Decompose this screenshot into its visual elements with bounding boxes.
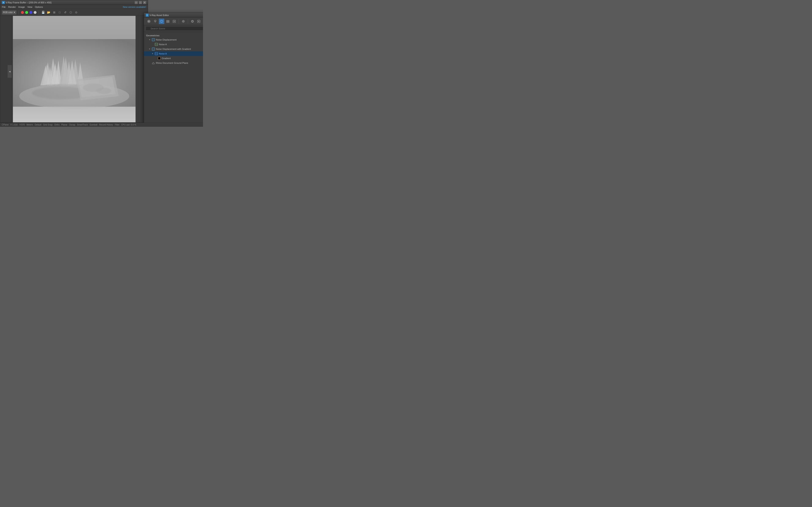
tree-label-noise-displacement: Noise Displacement bbox=[156, 39, 176, 41]
arrow-noise-disp-gradient: ▼ bbox=[149, 48, 151, 50]
tab-render-elements[interactable] bbox=[171, 18, 177, 24]
fb-window-controls: — □ ✕ bbox=[135, 1, 146, 4]
ae-icon: V bbox=[146, 14, 149, 17]
search-input[interactable] bbox=[146, 26, 203, 31]
ae-scene-tree: Geometries ▼ Noise Displacement ▶ Noise … bbox=[144, 32, 203, 127]
tree-item-noise-disp-gradient[interactable]: ▼ Noise Displacement with Gradient bbox=[144, 47, 203, 51]
svg-rect-29 bbox=[173, 21, 175, 22]
ae-titlebar: V V-Ray Asset Editor — □ ✕ bbox=[144, 13, 203, 17]
fb-minimize-btn[interactable]: — bbox=[135, 1, 138, 4]
status-record-history[interactable]: Record History bbox=[99, 124, 113, 126]
svg-rect-26 bbox=[167, 21, 169, 22]
render-result bbox=[13, 16, 136, 127]
green-channel-dot[interactable] bbox=[25, 11, 28, 14]
status-smarttrack[interactable]: SmartTrack bbox=[77, 124, 88, 126]
ae-toolbar: ⊞ ↺ 1/1 CPU ⋮ bbox=[144, 17, 203, 25]
status-ortho[interactable]: Ortho bbox=[54, 124, 60, 126]
svg-point-22 bbox=[154, 20, 156, 22]
fb-maximize-btn[interactable]: □ bbox=[139, 1, 142, 4]
tab-textures[interactable] bbox=[165, 18, 171, 24]
fb-close-btn[interactable]: ✕ bbox=[143, 1, 146, 4]
blue-channel-dot[interactable] bbox=[30, 11, 32, 14]
status-planar[interactable]: Planar bbox=[61, 124, 67, 126]
fb-menu-file[interactable]: File bbox=[2, 6, 6, 8]
fb-menu-render[interactable]: Render bbox=[8, 6, 16, 8]
svg-rect-27 bbox=[167, 22, 169, 22]
frame-buffer-window: V V-Ray Frame Buffer – [200.0% of 800 x … bbox=[0, 0, 148, 127]
fb-menu-options[interactable]: Options bbox=[35, 6, 43, 8]
geom-icon-noise-displacement bbox=[152, 38, 155, 41]
compare-tool-btn[interactable]: ⊞ bbox=[52, 10, 56, 14]
render-svg bbox=[13, 16, 136, 127]
toolbar-separator-1 bbox=[18, 10, 19, 14]
status-filter[interactable]: Filter bbox=[115, 124, 119, 126]
tree-label-noise-a-2: Noise A bbox=[159, 52, 167, 55]
tab-lights[interactable] bbox=[146, 18, 152, 24]
tree-item-noise-a-2-selected[interactable]: ▼ Noise A bbox=[144, 51, 203, 56]
arrow-noise-a-2: ▼ bbox=[152, 53, 154, 55]
tab-objects[interactable] bbox=[190, 18, 195, 24]
fb-new-version-notice: New version available! bbox=[123, 6, 146, 8]
rhino-statusbar: CPlane X 1.016 Y/370 Meters Default Grid… bbox=[0, 122, 203, 127]
status-gumball[interactable]: Gumball bbox=[90, 124, 97, 126]
status-x: X 1.016 bbox=[10, 124, 17, 126]
status-osnap[interactable]: Osnap bbox=[69, 124, 75, 126]
alpha-channel-dot[interactable] bbox=[34, 11, 37, 14]
load-tool-btn[interactable]: 📂 bbox=[47, 10, 51, 14]
save-tool-btn[interactable]: 💾 bbox=[41, 10, 45, 14]
svg-point-21 bbox=[148, 21, 150, 22]
toolbar-separator-2 bbox=[39, 10, 39, 14]
red-channel-dot[interactable] bbox=[21, 11, 24, 14]
svg-point-32 bbox=[192, 20, 193, 22]
fb-title: V-Ray Frame Buffer – [200.0% of 800 x 45… bbox=[6, 1, 135, 4]
tree-label-ground-plane: Rhino Document Ground Plane bbox=[156, 62, 188, 64]
ae-title: V-Ray Asset Editor bbox=[150, 14, 203, 16]
correct-tool-btn[interactable]: ↺ bbox=[63, 10, 67, 14]
fb-toolbar: RGB color ▼ 💾 📂 ⊞ □ ↺ ⬡ ⊙ bbox=[0, 9, 148, 16]
fb-menu-view[interactable]: View bbox=[27, 6, 32, 8]
ae-body: 🔍 Geometries ▼ Noise Displacement ▶ bbox=[144, 25, 203, 127]
geom-icon-gradient bbox=[152, 47, 155, 51]
svg-rect-23 bbox=[155, 22, 156, 22]
channel-selector[interactable]: RGB color ▼ bbox=[2, 10, 16, 14]
fb-titlebar: V V-Ray Frame Buffer – [200.0% of 800 x … bbox=[0, 0, 148, 5]
ae-search-bar: 🔍 bbox=[144, 25, 203, 32]
tab-geometry[interactable] bbox=[159, 18, 164, 24]
channel-label: RGB color bbox=[3, 11, 13, 13]
tree-label-noise-a-1: Noise A bbox=[159, 43, 167, 46]
tree-item-noise-a-1[interactable]: ▶ Noise A bbox=[144, 42, 203, 47]
svg-marker-34 bbox=[198, 21, 199, 22]
fb-side-panel: ◀ bbox=[0, 16, 12, 127]
lens-tool-btn[interactable]: ⊙ bbox=[74, 10, 78, 14]
tree-item-gradient[interactable]: ▶ Gradient bbox=[144, 56, 203, 61]
fb-menubar: File Render Image View Options New versi… bbox=[0, 5, 148, 9]
svg-rect-43 bbox=[158, 57, 160, 60]
stamp-tool-btn[interactable]: ⬡ bbox=[68, 10, 73, 14]
asset-editor-window: V V-Ray Asset Editor — □ ✕ bbox=[144, 13, 203, 127]
svg-rect-25 bbox=[167, 20, 169, 21]
view-tool-btn[interactable]: □ bbox=[57, 10, 62, 14]
tab-settings[interactable] bbox=[181, 18, 186, 24]
arrow-noise-displacement: ▼ bbox=[149, 39, 151, 41]
tree-label-gradient: Gradient bbox=[162, 57, 171, 60]
fb-menu-image[interactable]: Image bbox=[18, 6, 25, 8]
tree-item-ground-plane[interactable]: ▶ Rhino Document Ground Plane bbox=[144, 61, 203, 65]
tree-label-noise-disp-gradient: Noise Displacement with Gradient bbox=[156, 48, 191, 50]
panel-toggle-btn[interactable]: ◀ bbox=[8, 65, 12, 78]
channel-arrow: ▼ bbox=[13, 11, 15, 13]
fb-icon: V bbox=[2, 1, 5, 4]
status-cpu-use: CPU use: 0.0 % bbox=[121, 124, 136, 126]
fb-canvas bbox=[13, 16, 136, 127]
ae-scene-panel: 🔍 Geometries ▼ Noise Displacement ▶ bbox=[144, 25, 203, 127]
gradient-icon bbox=[158, 57, 161, 60]
tab-render[interactable] bbox=[196, 18, 202, 24]
search-wrap: 🔍 bbox=[146, 26, 203, 31]
tab-materials[interactable] bbox=[152, 18, 158, 24]
status-grid-snap[interactable]: Grid Snap bbox=[43, 124, 53, 126]
status-meters: Meters bbox=[27, 124, 33, 126]
status-default: Default bbox=[35, 124, 42, 126]
noise-icon-2 bbox=[155, 52, 158, 55]
svg-point-31 bbox=[191, 20, 194, 22]
tree-item-noise-displacement[interactable]: ▼ Noise Displacement bbox=[144, 38, 203, 42]
ground-plane-icon bbox=[152, 61, 155, 65]
